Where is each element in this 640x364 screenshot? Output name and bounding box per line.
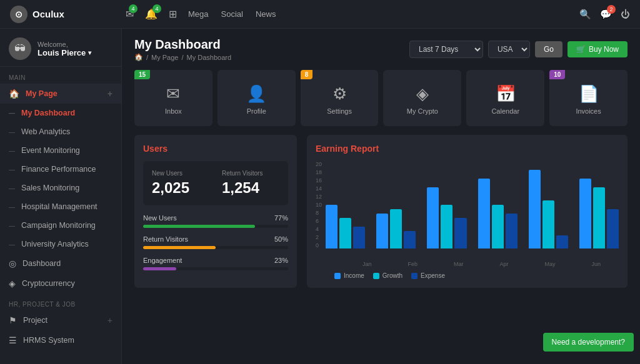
progress-new-users-pct: 77% xyxy=(274,214,288,222)
progress-return-label: Return Visitors xyxy=(143,235,188,243)
university-analytics-label: University Analytics xyxy=(21,240,89,248)
top-navbar: ⊙ Oculux ✉ 4 🔔 4 ⊞ Mega Social News 🔍 💬 … xyxy=(0,0,640,29)
topnav-right: 🔍 💬 2 ⏻ xyxy=(579,9,630,20)
expense-bar-jan xyxy=(353,227,365,248)
sidebar-item-hospital-management[interactable]: — Hospital Management xyxy=(0,197,121,216)
progress-engagement-label: Engagement xyxy=(143,257,182,264)
region-filter-select[interactable]: USA UK EU xyxy=(488,41,530,58)
dash-icon: — xyxy=(9,241,15,248)
progress-return-bg xyxy=(143,246,288,249)
progress-new-users-label: New Users xyxy=(143,214,177,222)
sidebar-item-hrms[interactable]: ☰ HRMS System xyxy=(0,330,121,350)
chart-bars-container: Jan Feb Mar Apr May Jun xyxy=(326,161,619,267)
calendar-icon: 📅 xyxy=(496,84,516,104)
project-label: Project xyxy=(23,316,48,325)
progress-return-pct: 50% xyxy=(274,235,288,243)
income-bar-feb xyxy=(376,214,388,248)
growth-dot xyxy=(373,273,379,279)
bottom-section: Users New Users 2,025 Return Visitors 1,… xyxy=(122,126,640,297)
earning-panel-title: Earning Report xyxy=(316,144,619,154)
bell-badge: 4 xyxy=(152,4,161,13)
new-users-value: 2,025 xyxy=(152,179,209,197)
my-dashboard-label: My Dashboard xyxy=(21,109,75,117)
tiles-row: 15 ✉ Inbox 👤 Profile 8 ⚙ Settings ◈ My C… xyxy=(122,61,640,126)
go-button[interactable]: Go xyxy=(535,41,562,57)
main-content: My Dashboard 🏠 / My Page / My Dashboard … xyxy=(122,29,640,364)
tile-settings[interactable]: 8 ⚙ Settings xyxy=(301,70,379,126)
chat-nav-icon[interactable]: 💬 2 xyxy=(600,9,612,20)
sidebar-item-campaign-monitoring[interactable]: — Campaign Monitoring xyxy=(0,216,121,235)
users-panel-title: Users xyxy=(143,144,288,154)
expense-bar-may xyxy=(556,235,568,248)
sidebar-item-my-page[interactable]: 🏠 My Page + xyxy=(0,84,121,104)
bar-group-mar xyxy=(427,187,466,248)
sidebar-item-university-analytics[interactable]: — University Analytics xyxy=(0,235,121,253)
progress-items: New Users 77% Return Visitors 50% xyxy=(143,214,288,270)
sidebar-item-project[interactable]: ⚑ Project + xyxy=(0,310,121,330)
sidebar-item-dashboard[interactable]: ◎ Dashboard xyxy=(0,253,121,273)
grid-nav-icon[interactable]: ⊞ xyxy=(169,8,177,20)
growth-bar-jun xyxy=(593,187,605,248)
mega-link[interactable]: Mega xyxy=(188,9,209,19)
sidebar-item-event-monitoring[interactable]: — Event Monitoring xyxy=(0,141,121,160)
dash-icon: — xyxy=(9,129,15,135)
bar-chart xyxy=(326,161,619,261)
growth-bar-may xyxy=(542,200,554,248)
legend-expense: Expense xyxy=(411,272,445,279)
dash-icon: — xyxy=(9,222,15,229)
income-dot xyxy=(334,273,341,279)
tile-inbox[interactable]: 15 ✉ Inbox xyxy=(134,70,212,126)
user-name[interactable]: Louis Pierce ▾ xyxy=(38,48,91,57)
new-users-label: New Users xyxy=(152,170,209,177)
sidebar-item-cryptocurrency[interactable]: ◈ Cryptocurrency xyxy=(0,273,121,293)
sidebar-item-sales-monitoring[interactable]: — Sales Monitoring xyxy=(0,179,121,197)
settings-icon: ⚙ xyxy=(332,84,347,104)
tile-invoices[interactable]: 10 📄 Invoices xyxy=(549,70,628,126)
social-link[interactable]: Social xyxy=(221,9,243,19)
email-nav-icon[interactable]: ✉ 4 xyxy=(126,8,134,20)
progress-engagement: Engagement 23% xyxy=(143,257,288,270)
tile-calendar[interactable]: 📅 Calendar xyxy=(466,70,544,126)
bar-group-apr xyxy=(478,179,518,248)
crypto-tile-icon: ◈ xyxy=(416,84,429,104)
date-filter-select[interactable]: Last 7 Days Last 30 Days Last 3 Months xyxy=(409,41,483,58)
tile-crypto[interactable]: ◈ My Crypto xyxy=(383,70,461,126)
topnav-icons-group: ✉ 4 🔔 4 ⊞ Mega Social News xyxy=(126,8,579,20)
legend-growth: Growth xyxy=(373,272,402,279)
sidebar-item-web-analytics[interactable]: — Web Analytics xyxy=(0,122,121,141)
expense-bar-apr xyxy=(506,214,518,248)
progress-return-visitors-header: Return Visitors 50% xyxy=(143,235,288,243)
progress-new-users: New Users 77% xyxy=(143,214,288,228)
chart-x-labels: Jan Feb Mar Apr May Jun xyxy=(326,261,619,267)
bell-nav-icon[interactable]: 🔔 4 xyxy=(145,8,158,20)
dash-icon: — xyxy=(9,110,15,117)
growth-bar-mar xyxy=(441,205,452,248)
sidebar-item-my-dashboard[interactable]: — My Dashboard xyxy=(0,104,121,122)
crypto-label: My Crypto xyxy=(407,107,438,115)
income-bar-apr xyxy=(478,179,490,248)
topnav-links: Mega Social News xyxy=(188,9,276,19)
buy-now-button[interactable]: 🛒 Buy Now xyxy=(568,41,628,57)
progress-new-users-bg xyxy=(143,225,288,228)
sidebar-item-finance-performance[interactable]: — Finance Performance xyxy=(0,160,121,179)
finance-performance-label: Finance Performance xyxy=(21,165,96,174)
content-header-left: My Dashboard 🏠 / My Page / My Dashboard xyxy=(134,37,231,61)
users-stats: New Users 2,025 Return Visitors 1,254 xyxy=(143,161,288,205)
news-link[interactable]: News xyxy=(256,9,276,19)
dashboard-icon: ◎ xyxy=(9,258,16,268)
tile-profile[interactable]: 👤 Profile xyxy=(218,70,296,126)
breadcrumb-mypage[interactable]: My Page xyxy=(151,54,178,61)
income-bar-jun xyxy=(579,179,591,248)
income-bar-mar xyxy=(427,187,439,248)
new-users-stat: New Users 2,025 xyxy=(152,170,209,197)
hrms-label: HRMS System xyxy=(23,336,74,345)
chart-legend: Income Growth Expense xyxy=(316,272,619,279)
expense-legend-label: Expense xyxy=(421,272,445,279)
power-icon[interactable]: ⏻ xyxy=(621,9,630,19)
dev-button[interactable]: Need a development? xyxy=(543,333,634,352)
user-info: Welcome, Louis Pierce ▾ xyxy=(38,41,91,57)
progress-new-users-fill xyxy=(143,225,255,228)
event-monitoring-label: Event Monitoring xyxy=(21,146,80,155)
dash-icon: — xyxy=(9,166,15,173)
search-icon[interactable]: 🔍 xyxy=(579,9,591,20)
